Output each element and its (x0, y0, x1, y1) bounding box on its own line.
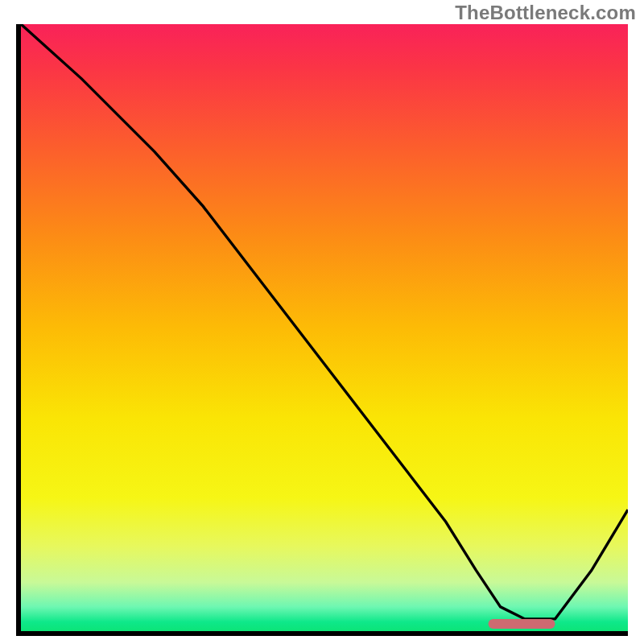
bottleneck-curve (21, 24, 628, 619)
optimal-marker (489, 619, 555, 629)
watermark-text: TheBottleneck.com (455, 2, 636, 24)
x-axis-line (16, 631, 628, 636)
curve-svg (21, 24, 628, 631)
chart-container: TheBottleneck.com (0, 0, 644, 644)
plot-area (16, 24, 628, 636)
